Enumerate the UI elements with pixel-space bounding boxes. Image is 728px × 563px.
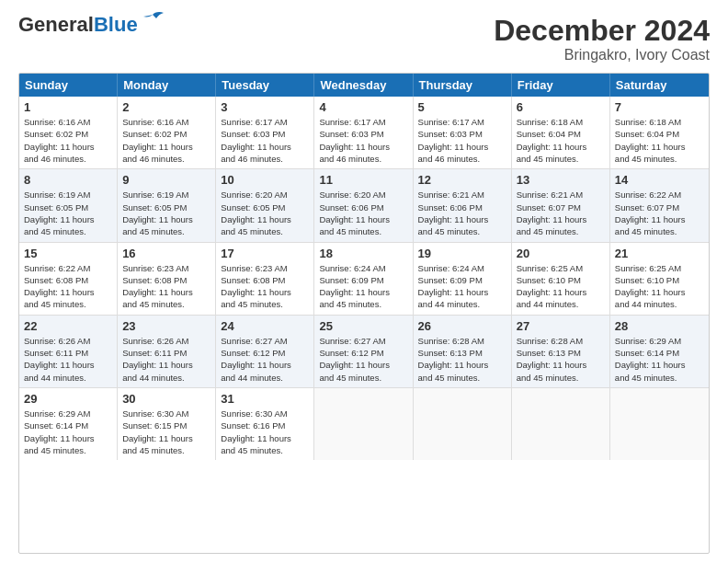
calendar-cell: [512, 388, 610, 460]
day-number: 20: [517, 247, 605, 260]
calendar-header-cell: Monday: [118, 74, 216, 97]
calendar-cell: 28Sunrise: 6:29 AM Sunset: 6:14 PM Dayli…: [610, 316, 709, 387]
day-info: Sunrise: 6:18 AM Sunset: 6:04 PM Dayligh…: [615, 117, 686, 164]
day-number: 7: [615, 100, 704, 114]
calendar-header-cell: Tuesday: [216, 74, 314, 97]
calendar-cell: 7Sunrise: 6:18 AM Sunset: 6:04 PM Daylig…: [610, 97, 709, 168]
calendar-cell: 17Sunrise: 6:23 AM Sunset: 6:08 PM Dayli…: [216, 243, 314, 315]
calendar-cell: 25Sunrise: 6:27 AM Sunset: 6:12 PM Dayli…: [314, 316, 413, 387]
day-info: Sunrise: 6:22 AM Sunset: 6:08 PM Dayligh…: [24, 263, 95, 310]
day-info: Sunrise: 6:19 AM Sunset: 6:05 PM Dayligh…: [122, 190, 193, 236]
calendar-cell: 19Sunrise: 6:24 AM Sunset: 6:09 PM Dayli…: [414, 243, 512, 315]
day-number: 12: [418, 173, 506, 187]
calendar: SundayMondayTuesdayWednesdayThursdayFrid…: [18, 73, 710, 554]
day-number: 24: [221, 319, 309, 333]
calendar-cell: 14Sunrise: 6:22 AM Sunset: 6:07 PM Dayli…: [610, 169, 709, 241]
calendar-cell: 30Sunrise: 6:30 AM Sunset: 6:15 PM Dayli…: [118, 388, 216, 460]
day-info: Sunrise: 6:29 AM Sunset: 6:14 PM Dayligh…: [615, 336, 686, 383]
calendar-cell: 3Sunrise: 6:17 AM Sunset: 6:03 PM Daylig…: [216, 97, 314, 168]
calendar-cell: 2Sunrise: 6:16 AM Sunset: 6:02 PM Daylig…: [118, 97, 216, 168]
calendar-cell: [314, 388, 413, 460]
calendar-cell: 31Sunrise: 6:30 AM Sunset: 6:16 PM Dayli…: [216, 388, 314, 460]
day-info: Sunrise: 6:17 AM Sunset: 6:03 PM Dayligh…: [221, 117, 291, 164]
day-info: Sunrise: 6:21 AM Sunset: 6:07 PM Dayligh…: [517, 190, 587, 236]
page-subtitle: Bringakro, Ivory Coast: [494, 47, 710, 63]
calendar-cell: [414, 388, 512, 460]
day-number: 10: [221, 173, 309, 187]
calendar-cell: 12Sunrise: 6:21 AM Sunset: 6:06 PM Dayli…: [414, 169, 512, 241]
calendar-cell: 23Sunrise: 6:26 AM Sunset: 6:11 PM Dayli…: [118, 316, 216, 387]
page: GeneralBlue December 2024 Bringakro, Ivo…: [0, 0, 728, 563]
day-info: Sunrise: 6:25 AM Sunset: 6:10 PM Dayligh…: [615, 263, 686, 310]
day-info: Sunrise: 6:18 AM Sunset: 6:04 PM Dayligh…: [517, 117, 587, 164]
day-info: Sunrise: 6:20 AM Sunset: 6:06 PM Dayligh…: [319, 190, 390, 236]
day-number: 14: [615, 173, 704, 187]
day-number: 29: [24, 392, 112, 406]
calendar-header-cell: Sunday: [19, 74, 118, 97]
calendar-row: 1Sunrise: 6:16 AM Sunset: 6:02 PM Daylig…: [19, 97, 709, 169]
day-number: 5: [418, 100, 506, 114]
header: GeneralBlue December 2024 Bringakro, Ivo…: [18, 15, 710, 63]
calendar-cell: 8Sunrise: 6:19 AM Sunset: 6:05 PM Daylig…: [19, 169, 118, 241]
day-info: Sunrise: 6:27 AM Sunset: 6:12 PM Dayligh…: [319, 336, 390, 383]
calendar-cell: 5Sunrise: 6:17 AM Sunset: 6:03 PM Daylig…: [414, 97, 512, 168]
calendar-row: 29Sunrise: 6:29 AM Sunset: 6:14 PM Dayli…: [19, 388, 709, 460]
calendar-body: 1Sunrise: 6:16 AM Sunset: 6:02 PM Daylig…: [19, 97, 709, 460]
calendar-cell: 21Sunrise: 6:25 AM Sunset: 6:10 PM Dayli…: [610, 243, 709, 315]
day-number: 2: [122, 100, 210, 114]
calendar-row: 22Sunrise: 6:26 AM Sunset: 6:11 PM Dayli…: [19, 316, 709, 388]
day-number: 4: [319, 100, 407, 114]
day-number: 16: [122, 247, 210, 260]
calendar-cell: 11Sunrise: 6:20 AM Sunset: 6:06 PM Dayli…: [314, 169, 413, 241]
day-info: Sunrise: 6:17 AM Sunset: 6:03 PM Dayligh…: [319, 117, 390, 164]
day-number: 1: [24, 100, 112, 114]
calendar-cell: [610, 388, 709, 460]
day-info: Sunrise: 6:28 AM Sunset: 6:13 PM Dayligh…: [517, 336, 587, 383]
day-number: 6: [517, 100, 605, 114]
calendar-cell: 16Sunrise: 6:23 AM Sunset: 6:08 PM Dayli…: [118, 243, 216, 315]
day-info: Sunrise: 6:24 AM Sunset: 6:09 PM Dayligh…: [418, 263, 489, 310]
day-info: Sunrise: 6:29 AM Sunset: 6:14 PM Dayligh…: [24, 408, 95, 455]
day-number: 21: [615, 247, 704, 260]
day-info: Sunrise: 6:20 AM Sunset: 6:05 PM Dayligh…: [221, 190, 291, 236]
calendar-cell: 9Sunrise: 6:19 AM Sunset: 6:05 PM Daylig…: [118, 169, 216, 241]
day-info: Sunrise: 6:23 AM Sunset: 6:08 PM Dayligh…: [221, 263, 291, 310]
calendar-cell: 15Sunrise: 6:22 AM Sunset: 6:08 PM Dayli…: [19, 243, 118, 315]
day-number: 26: [418, 319, 506, 333]
day-number: 27: [517, 319, 605, 333]
day-number: 31: [221, 392, 309, 406]
day-number: 15: [24, 247, 112, 260]
day-number: 23: [122, 319, 210, 333]
day-number: 8: [24, 173, 112, 187]
day-number: 19: [418, 247, 506, 260]
calendar-header-cell: Wednesday: [314, 74, 413, 97]
calendar-header: SundayMondayTuesdayWednesdayThursdayFrid…: [19, 74, 709, 97]
calendar-cell: 24Sunrise: 6:27 AM Sunset: 6:12 PM Dayli…: [216, 316, 314, 387]
day-info: Sunrise: 6:16 AM Sunset: 6:02 PM Dayligh…: [122, 117, 193, 164]
day-number: 9: [122, 173, 210, 187]
calendar-row: 8Sunrise: 6:19 AM Sunset: 6:05 PM Daylig…: [19, 169, 709, 242]
calendar-cell: 18Sunrise: 6:24 AM Sunset: 6:09 PM Dayli…: [314, 243, 413, 315]
day-info: Sunrise: 6:23 AM Sunset: 6:08 PM Dayligh…: [122, 263, 193, 310]
calendar-cell: 22Sunrise: 6:26 AM Sunset: 6:11 PM Dayli…: [19, 316, 118, 387]
day-number: 28: [615, 319, 704, 333]
day-info: Sunrise: 6:19 AM Sunset: 6:05 PM Dayligh…: [24, 190, 95, 236]
calendar-cell: 10Sunrise: 6:20 AM Sunset: 6:05 PM Dayli…: [216, 169, 314, 241]
day-info: Sunrise: 6:26 AM Sunset: 6:11 PM Dayligh…: [122, 336, 193, 383]
day-info: Sunrise: 6:24 AM Sunset: 6:09 PM Dayligh…: [319, 263, 390, 310]
day-number: 22: [24, 319, 112, 333]
day-info: Sunrise: 6:21 AM Sunset: 6:06 PM Dayligh…: [418, 190, 489, 236]
calendar-cell: 13Sunrise: 6:21 AM Sunset: 6:07 PM Dayli…: [512, 169, 610, 241]
calendar-cell: 4Sunrise: 6:17 AM Sunset: 6:03 PM Daylig…: [314, 97, 413, 168]
day-info: Sunrise: 6:27 AM Sunset: 6:12 PM Dayligh…: [221, 336, 291, 383]
calendar-cell: 20Sunrise: 6:25 AM Sunset: 6:10 PM Dayli…: [512, 243, 610, 315]
calendar-header-cell: Saturday: [610, 74, 709, 97]
page-title: December 2024: [494, 15, 710, 47]
day-info: Sunrise: 6:17 AM Sunset: 6:03 PM Dayligh…: [418, 117, 489, 164]
calendar-cell: 29Sunrise: 6:29 AM Sunset: 6:14 PM Dayli…: [19, 388, 118, 460]
day-info: Sunrise: 6:16 AM Sunset: 6:02 PM Dayligh…: [24, 117, 95, 164]
calendar-row: 15Sunrise: 6:22 AM Sunset: 6:08 PM Dayli…: [19, 243, 709, 316]
calendar-cell: 26Sunrise: 6:28 AM Sunset: 6:13 PM Dayli…: [414, 316, 512, 387]
day-number: 3: [221, 100, 309, 114]
logo-text: GeneralBlue: [18, 15, 138, 35]
